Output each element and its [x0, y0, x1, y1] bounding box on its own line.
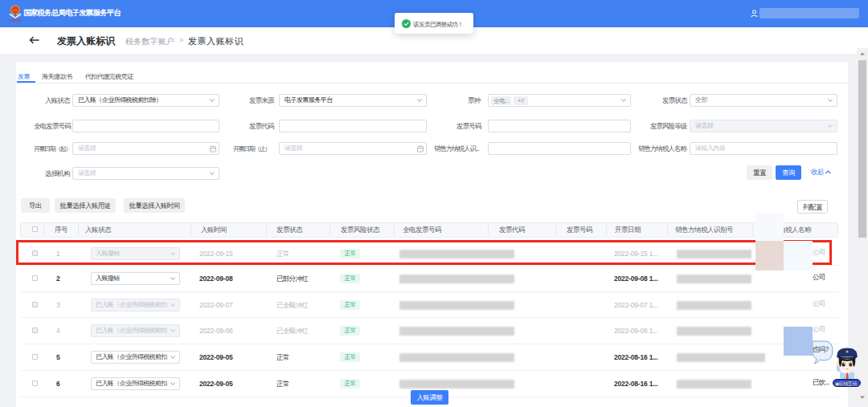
svg-text:中国税务: 中国税务	[9, 18, 23, 22]
